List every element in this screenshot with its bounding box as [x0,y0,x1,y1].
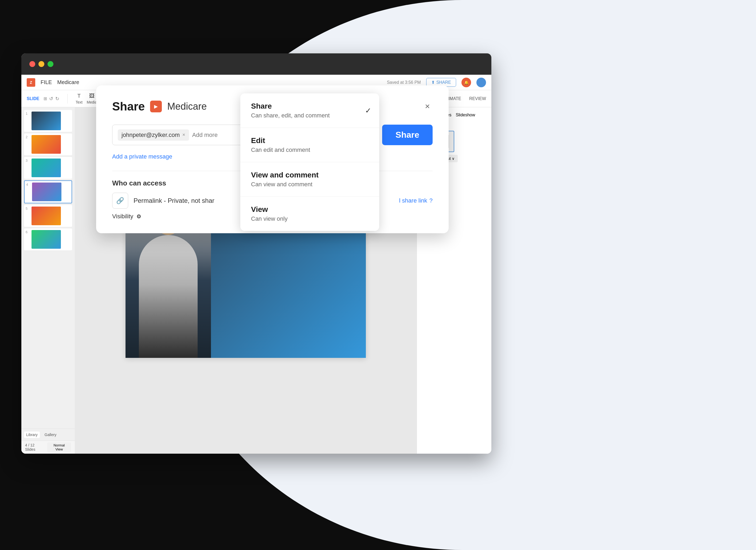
slide-num-4: 4 [26,183,30,187]
sidebar-bottom: Library Gallery [21,429,75,441]
slide-thumb-5[interactable]: 5 [24,205,72,227]
share-action-button[interactable]: Share [382,125,433,145]
slide-label: SLIDE [27,96,39,101]
slide-thumb-3[interactable]: 3 [24,157,72,179]
dialog-file-icon: ▶ [150,101,162,112]
slide-preview-1 [32,112,61,130]
dropdown-edit-desc: Can edit and comment [251,147,369,154]
dropdown-item-share[interactable]: Share Can share, edit, and comment ✓ [240,93,379,128]
help-icon: ? [429,197,433,204]
slide-num-5: 5 [26,207,29,211]
document-title: Medicare [57,79,79,85]
slide-preview-3 [32,159,61,177]
dropdown-view-title: View [251,205,369,214]
share-menu-icon: ⬆ [431,80,435,85]
library-tab[interactable]: Library [24,431,40,438]
file-menu[interactable]: FILE [41,79,52,85]
undo-icon[interactable]: ↺ [49,96,53,102]
dropdown-item-view-comment[interactable]: View and comment Can view and comment [240,162,379,197]
slide-num-3: 3 [26,159,29,163]
slide-number-bar: 4 / 12 Slides Normal View [21,441,75,454]
file-play-icon: ▶ [154,104,158,109]
slide-thumb-4[interactable]: 4 [24,181,72,203]
avatar[interactable] [476,78,486,87]
slide-preview-5 [32,207,61,225]
slide-thumb-6[interactable]: 6 [24,229,72,250]
email-tag-remove[interactable]: × [182,132,185,138]
slide-preview-4 [32,183,61,201]
visibility-label: Visibility [112,213,133,220]
dropdown-item-view[interactable]: View Can view only [240,197,379,231]
redo-icon[interactable]: ↻ [55,96,59,102]
slide-preview-2 [32,135,61,154]
link-icon: 🔗 [112,193,128,209]
email-tag: johnpeter@zylker.com × [118,130,189,141]
slides-sidebar: 1 2 3 4 5 [21,107,75,454]
app-logo: Z [27,78,35,87]
slide-num-1: 1 [26,112,29,116]
chain-link-icon: 🔗 [116,197,124,205]
slide-thumb-2[interactable]: 2 [24,134,72,155]
slide-count: 4 / 12 Slides [25,443,45,451]
text-label: Text [76,100,83,104]
person-body-shape [139,235,198,358]
dialog-title: Share [112,100,145,113]
text-icon: T [77,93,81,99]
media-icon: 🖼 [89,93,95,99]
share-link-button[interactable]: l share link ? [399,197,433,204]
access-dropdown: Share Can share, edit, and comment ✓ Edi… [240,93,379,231]
dropdown-share-desc: Can share, edit, and comment [251,112,369,119]
traffic-lights [29,61,53,67]
tab-review[interactable]: REVIEW [469,96,486,101]
toolbar-text[interactable]: T Text [76,93,83,104]
toolbar-slide[interactable]: SLIDE [27,96,39,101]
dialog-close-button[interactable]: × [422,99,433,114]
slide-preview-6 [32,230,61,249]
panel-tab-slideshow[interactable]: Slideshow [456,113,475,119]
dropdown-share-title: Share [251,102,369,111]
normal-view-button[interactable]: Normal View [47,442,71,452]
dialog-filename: Medicare [167,101,207,112]
dropdown-share-check: ✓ [365,106,371,115]
minimize-window-button[interactable] [38,61,44,67]
dropdown-view-comment-desc: Can view and comment [251,181,369,188]
toolbar-left: SLIDE ⊞ ↺ ↻ [27,96,59,102]
dropdown-view-desc: Can view only [251,215,369,222]
dialog-title-section: Share ▶ Medicare [112,100,207,113]
share-link-label: l share link [399,197,427,204]
logo-icon: Z [30,80,32,85]
dropdown-edit-title: Edit [251,136,369,145]
layout-icon[interactable]: ⊞ [44,96,47,101]
dropdown-view-comment-title: View and comment [251,171,369,179]
permalink-text: Permalink - Private, not shar [134,197,214,205]
slide-thumb-1[interactable]: 1 [24,110,72,132]
visibility-icon[interactable]: ⚙ [136,213,141,220]
saved-status: Saved at 3:56 PM [387,80,421,85]
notification-icon[interactable]: 🔔 [461,78,471,87]
scene: Z FILE Medicare Saved at 3:56 PM ⬆ SHARE… [0,0,756,550]
email-tag-text: johnpeter@zylker.com [122,132,180,139]
maximize-window-button[interactable] [48,61,53,67]
slide-num-2: 2 [26,135,29,139]
media-label: Media [87,100,97,104]
gallery-tab[interactable]: Gallery [42,431,58,438]
share-menu-label: SHARE [436,80,451,85]
dropdown-item-edit[interactable]: Edit Can edit and comment [240,128,379,162]
divider-1 [67,94,68,104]
close-window-button[interactable] [29,61,35,67]
slide-num-6: 6 [26,230,29,234]
title-bar [21,53,491,75]
toolbar-media[interactable]: 🖼 Media [87,93,97,104]
